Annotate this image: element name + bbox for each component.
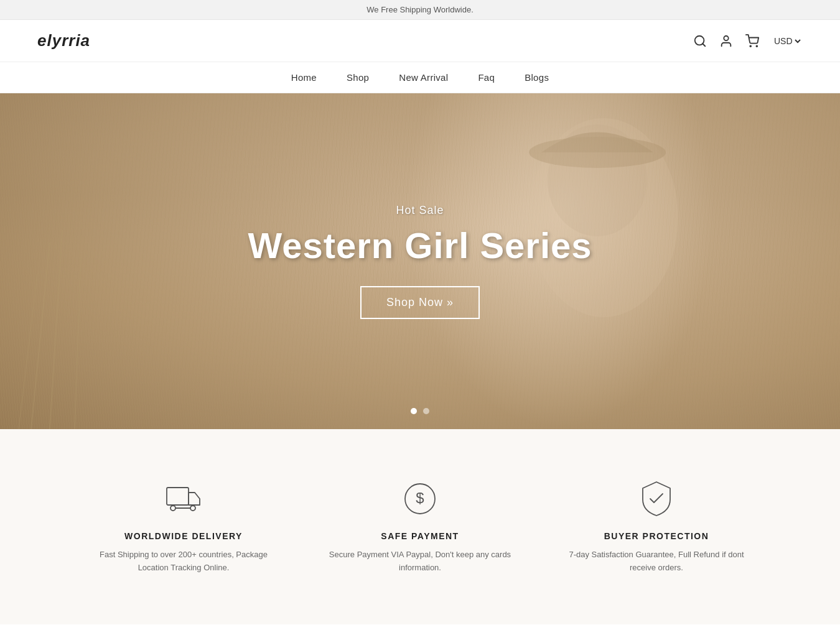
nav-item-home[interactable]: Home bbox=[291, 72, 317, 83]
logo[interactable]: elyrria bbox=[37, 31, 90, 50]
hero-subtitle: Hot Sale bbox=[248, 204, 592, 217]
main-nav: Home Shop New Arrival Faq Blogs bbox=[0, 62, 840, 93]
account-icon[interactable] bbox=[719, 34, 733, 48]
svg-line-8 bbox=[31, 243, 50, 429]
nav-item-shop[interactable]: Shop bbox=[347, 72, 369, 83]
worldwide-delivery-desc: Fast Shipping to over 200+ countries, Pa… bbox=[90, 549, 277, 575]
header: elyrria USD EUR GB bbox=[0, 20, 840, 62]
nav-item-blogs[interactable]: Blogs bbox=[525, 72, 549, 83]
svg-line-10 bbox=[75, 255, 81, 429]
truck-icon bbox=[164, 479, 203, 519]
currency-selector[interactable]: USD EUR GBP CAD bbox=[772, 35, 803, 47]
carousel-dots bbox=[411, 408, 429, 414]
svg-point-14 bbox=[190, 506, 195, 511]
feature-worldwide-delivery: WORLDWIDE DELIVERY Fast Shipping to over… bbox=[65, 466, 302, 587]
svg-text:$: $ bbox=[416, 489, 424, 506]
hero-cta-button[interactable]: Shop Now » bbox=[360, 286, 480, 319]
hero-section: Hot Sale Western Girl Series Shop Now » bbox=[0, 93, 840, 429]
safe-payment-title: SAFE PAYMENT bbox=[327, 531, 513, 541]
top-banner: We Free Shipping Worldwide. bbox=[0, 0, 840, 20]
banner-text: We Free Shipping Worldwide. bbox=[366, 5, 474, 14]
worldwide-delivery-title: WORLDWIDE DELIVERY bbox=[90, 531, 277, 541]
header-icons: USD EUR GBP CAD bbox=[693, 34, 803, 48]
search-icon[interactable] bbox=[693, 34, 707, 48]
feature-safe-payment: $ SAFE PAYMENT Secure Payment VIA Paypal… bbox=[302, 466, 538, 587]
buyer-protection-desc: 7-day Satisfaction Guarantee, Full Refun… bbox=[563, 549, 750, 575]
buyer-protection-title: BUYER PROTECTION bbox=[563, 531, 750, 541]
svg-line-1 bbox=[702, 44, 705, 46]
carousel-dot-2[interactable] bbox=[423, 408, 429, 414]
svg-point-4 bbox=[756, 45, 757, 47]
hero-content: Hot Sale Western Girl Series Shop Now » bbox=[248, 204, 592, 319]
safe-payment-desc: Secure Payment VIA Paypal, Don't keep an… bbox=[327, 549, 513, 575]
features-section: WORLDWIDE DELIVERY Fast Shipping to over… bbox=[0, 429, 840, 624]
wheat-left-decoration bbox=[0, 180, 187, 429]
dollar-circle-icon: $ bbox=[400, 479, 440, 519]
svg-point-3 bbox=[750, 45, 751, 47]
hero-title: Western Girl Series bbox=[248, 225, 592, 266]
shield-check-icon bbox=[637, 479, 676, 519]
nav-item-faq[interactable]: Faq bbox=[478, 72, 495, 83]
cart-icon[interactable] bbox=[745, 34, 759, 48]
nav-item-new-arrival[interactable]: New Arrival bbox=[399, 72, 448, 83]
svg-line-9 bbox=[50, 230, 62, 429]
svg-rect-12 bbox=[167, 488, 189, 505]
svg-point-13 bbox=[170, 506, 175, 511]
svg-line-11 bbox=[19, 274, 37, 429]
carousel-dot-1[interactable] bbox=[411, 408, 417, 414]
svg-point-2 bbox=[724, 35, 728, 40]
feature-buyer-protection: BUYER PROTECTION 7-day Satisfaction Guar… bbox=[538, 466, 775, 587]
